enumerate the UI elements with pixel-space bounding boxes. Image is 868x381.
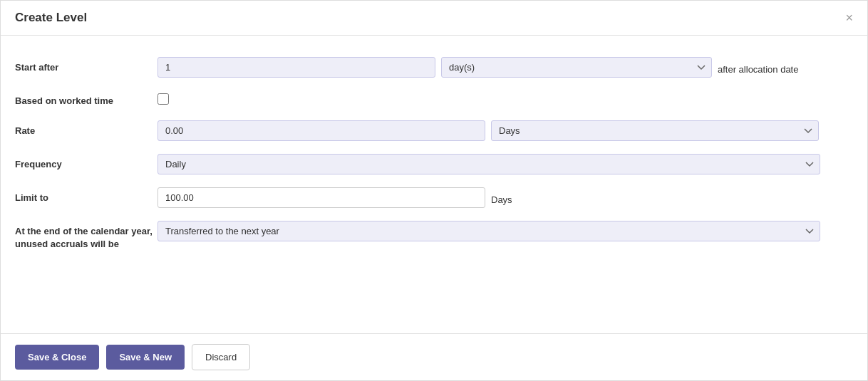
based-on-worked-label: Based on worked time: [15, 90, 157, 108]
save-close-button[interactable]: Save & Close: [15, 345, 99, 370]
dialog-header: Create Level ×: [1, 1, 867, 36]
rate-row: Rate Days Hours: [15, 120, 853, 141]
end-of-year-controls: Transferred to the next year Reset to 0: [157, 221, 853, 241]
based-on-worked-row: Based on worked time: [15, 90, 853, 108]
frequency-label: Frequency: [15, 154, 157, 171]
limit-to-input[interactable]: [157, 187, 485, 208]
dialog-body: Start after day(s) month(s) year(s) afte…: [1, 36, 867, 333]
based-on-worked-controls: [157, 90, 853, 105]
discard-button[interactable]: Discard: [192, 344, 250, 370]
limit-to-row: Limit to Days: [15, 187, 853, 208]
frequency-row: Frequency Daily Weekly Twice a month Mon…: [15, 154, 853, 174]
start-after-label: Start after: [15, 57, 157, 74]
start-after-row: Start after day(s) month(s) year(s) afte…: [15, 57, 853, 78]
start-after-input[interactable]: [157, 57, 435, 78]
rate-label: Rate: [15, 120, 157, 137]
close-button[interactable]: ×: [845, 11, 853, 24]
rate-input[interactable]: [157, 120, 485, 141]
start-after-unit-select[interactable]: day(s) month(s) year(s): [441, 57, 712, 78]
limit-to-label: Limit to: [15, 187, 157, 204]
end-of-year-label: At the end of the calendar year, unused …: [15, 221, 157, 251]
rate-unit-select[interactable]: Days Hours: [491, 120, 819, 141]
limit-to-controls: Days: [157, 187, 853, 208]
save-new-button[interactable]: Save & New: [106, 345, 185, 370]
end-of-year-select[interactable]: Transferred to the next year Reset to 0: [157, 221, 820, 241]
frequency-select[interactable]: Daily Weekly Twice a month Monthly Twice…: [157, 154, 820, 174]
dialog-title: Create Level: [15, 11, 87, 25]
start-after-suffix: after allocation date: [718, 60, 798, 75]
end-of-year-row: At the end of the calendar year, unused …: [15, 221, 853, 251]
create-level-dialog: Create Level × Start after day(s) month(…: [0, 0, 868, 381]
rate-controls: Days Hours: [157, 120, 853, 141]
dialog-footer: Save & Close Save & New Discard: [1, 333, 867, 380]
frequency-controls: Daily Weekly Twice a month Monthly Twice…: [157, 154, 853, 174]
limit-to-unit: Days: [491, 190, 512, 205]
based-on-worked-checkbox[interactable]: [157, 93, 169, 105]
start-after-controls: day(s) month(s) year(s) after allocation…: [157, 57, 853, 78]
